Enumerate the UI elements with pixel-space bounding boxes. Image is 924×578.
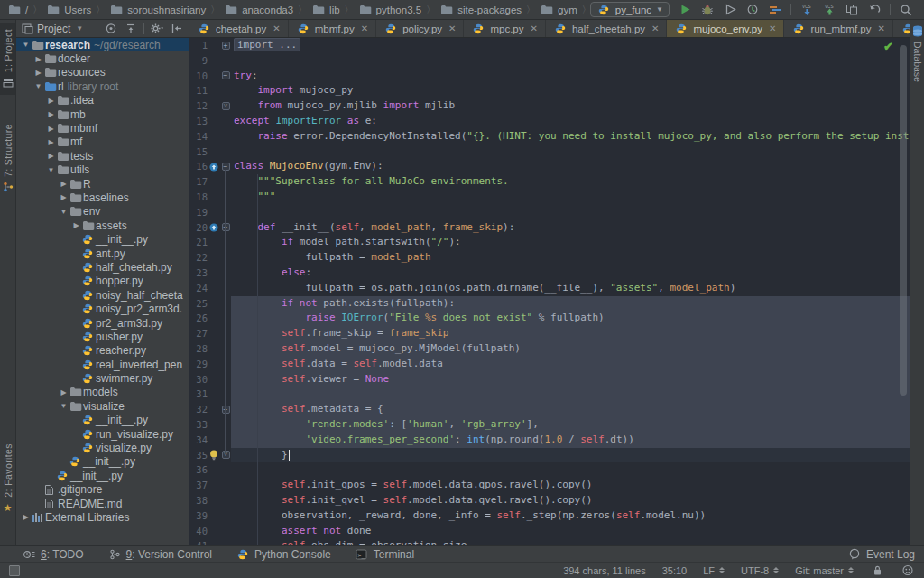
tool-button-database[interactable]: Database	[912, 42, 923, 82]
tree-item[interactable]: ▶resources	[16, 66, 189, 79]
breadcrumb-item[interactable]: /	[7, 3, 28, 17]
tree-item[interactable]: real_inverted_pen	[16, 358, 189, 371]
tree-item[interactable]: pusher.py	[16, 330, 189, 343]
code-line[interactable]: 27 self.frame_skip = frame_skip	[189, 326, 910, 341]
code-line[interactable]: 34 'video.frames_per_second': int(np.rou…	[189, 433, 910, 448]
editor-scrollbar[interactable]	[900, 45, 907, 396]
editor-tab[interactable]: mpc.py✕	[464, 20, 545, 37]
chevron-expanded-icon[interactable]: ▼	[58, 208, 69, 216]
chevron-collapsed-icon[interactable]: ▶	[70, 221, 82, 229]
code-editor[interactable]: 1+import ...910−try:11 import mujoco_py1…	[189, 38, 910, 545]
chevron-collapsed-icon[interactable]: ▶	[58, 388, 69, 396]
tree-item[interactable]: ▼research ~/gd/research	[16, 38, 189, 51]
tree-item[interactable]: noisy_half_cheeta	[16, 288, 189, 302]
line-number[interactable]: 26	[189, 311, 208, 326]
tree-item[interactable]: ▶mf	[16, 135, 189, 149]
line-number[interactable]: 10	[189, 69, 208, 84]
code-line[interactable]: 36	[189, 462, 910, 478]
line-number[interactable]: 17	[189, 174, 208, 190]
hide-icon[interactable]	[170, 22, 184, 36]
chevron-expanded-icon[interactable]: ▼	[20, 41, 32, 49]
line-number[interactable]: 29	[189, 357, 208, 372]
code-line[interactable]: 40 assert not done	[189, 524, 910, 539]
code-line[interactable]: 18 """	[189, 190, 910, 205]
line-number[interactable]: 36	[189, 462, 208, 478]
editor-tab[interactable]: mujoco_env.py✕	[667, 20, 784, 37]
coverage-icon[interactable]	[723, 3, 737, 17]
chevron-collapsed-icon[interactable]: ▶	[32, 55, 44, 63]
editor-tab[interactable]: run_mbmf.py✕	[784, 20, 893, 37]
tree-item[interactable]: ▶assets	[16, 219, 189, 232]
tree-item[interactable]: ant.py	[16, 247, 189, 260]
tool-button-terminal[interactable]: >_Terminal	[355, 547, 414, 562]
encoding-select[interactable]: UTF-8	[741, 565, 779, 576]
chevron-collapsed-icon[interactable]: ▶	[45, 125, 57, 133]
tree-item[interactable]: visualize.py	[16, 441, 189, 454]
editor-tab[interactable]: half_cheetah.py✕	[546, 20, 668, 37]
code-line[interactable]: 32− self.metadata = {	[189, 402, 910, 417]
caret-position[interactable]: 35:10	[662, 565, 688, 576]
vcs-commit-icon[interactable]: VCS	[822, 3, 836, 17]
run-configuration-select[interactable]: py_func ▼	[590, 2, 670, 17]
breadcrumb-item[interactable]: anaconda3	[224, 3, 293, 17]
chevron-down-icon[interactable]: ▼	[76, 24, 83, 33]
tool-button-python-console[interactable]: Python Console	[236, 547, 331, 562]
line-number[interactable]: 37	[189, 478, 208, 493]
profiler-icon[interactable]	[745, 3, 760, 17]
code-line[interactable]: 21 if model_path.startswith("/"):	[189, 235, 910, 250]
fold-marker[interactable]: −	[220, 402, 231, 417]
line-ending-select[interactable]: LF	[703, 565, 725, 576]
tab-close-icon[interactable]: ✕	[448, 23, 456, 33]
code-line[interactable]: 9	[189, 53, 910, 69]
tree-item[interactable]: pr2_arm3d.py	[16, 316, 189, 330]
tree-item[interactable]: ▼visualize	[16, 399, 189, 413]
breadcrumb-item[interactable]: gym	[540, 3, 578, 17]
fold-minus-icon[interactable]: −	[222, 406, 230, 414]
code-line[interactable]: 29 self.data = self.model.data	[189, 357, 910, 372]
line-number[interactable]: 38	[189, 493, 208, 508]
tree-item[interactable]: ▶mb	[16, 107, 189, 121]
tree-item[interactable]: noisy_pr2_arm3d.	[16, 302, 189, 315]
tree-item[interactable]: ▶mbmf	[16, 121, 189, 135]
code-line[interactable]: 33 'render.modes': ['human', 'rgb_array'…	[189, 417, 910, 433]
code-line[interactable]: 13except ImportError as e:	[189, 114, 910, 129]
line-number[interactable]: 31	[189, 387, 208, 402]
fold-marker[interactable]: +	[220, 38, 231, 53]
tree-item[interactable]: ▶tests	[16, 149, 189, 163]
tool-button-todo[interactable]: 6: TODO	[22, 547, 84, 562]
project-panel-title[interactable]: Project	[37, 23, 70, 35]
tree-item[interactable]: reacher.py	[16, 344, 189, 358]
code-line[interactable]: 11 import mujoco_py	[189, 83, 910, 98]
code-line[interactable]: 41 self.obs_dim = observation.size	[189, 538, 910, 545]
code-line[interactable]: 12˅ from mujoco_py.mjlib import mjlib	[189, 98, 910, 114]
line-number[interactable]: 27	[189, 326, 208, 341]
tree-item[interactable]: .gitignore	[16, 483, 189, 497]
fold-marker[interactable]: −	[220, 220, 231, 236]
line-number[interactable]: 14	[189, 129, 208, 144]
line-number[interactable]: 39	[189, 508, 208, 524]
chevron-collapsed-icon[interactable]: ▶	[45, 97, 57, 105]
tree-item[interactable]: ▼rl library root	[16, 79, 189, 93]
code-line[interactable]: 26 raise IOError("File %s does not exist…	[189, 311, 910, 326]
tree-item[interactable]: ▶.idea	[16, 94, 189, 107]
line-number[interactable]: 18	[189, 190, 208, 205]
tree-item[interactable]: hopper.py	[16, 275, 189, 288]
code-line[interactable]: 38 self.init_qvel = self.model.data.qvel…	[189, 493, 910, 508]
lock-icon[interactable]	[870, 564, 884, 578]
bulb-icon[interactable]	[208, 448, 220, 463]
database-icon[interactable]	[910, 23, 924, 38]
breadcrumb-item[interactable]: python3.5	[358, 3, 422, 17]
code-line[interactable]: 10−try:	[189, 69, 910, 84]
line-number[interactable]: 13	[189, 114, 208, 129]
fold-end-icon[interactable]: ˅	[222, 102, 230, 110]
tree-item[interactable]: __init__.py	[16, 455, 189, 469]
code-line[interactable]: 14 raise error.DependencyNotInstalled("{…	[189, 129, 910, 144]
code-line[interactable]: 37 self.init_qpos = self.model.data.qpos…	[189, 478, 910, 493]
tool-button-structure[interactable]: 7: Structure	[0, 118, 15, 200]
breadcrumb-item[interactable]: lib	[311, 3, 340, 17]
rollback-icon[interactable]	[867, 3, 882, 17]
line-number[interactable]: 35	[189, 448, 208, 463]
line-number[interactable]: 15	[189, 144, 208, 160]
inspector-hector-icon[interactable]	[901, 564, 915, 578]
tree-item[interactable]: ▶docker	[16, 51, 189, 65]
